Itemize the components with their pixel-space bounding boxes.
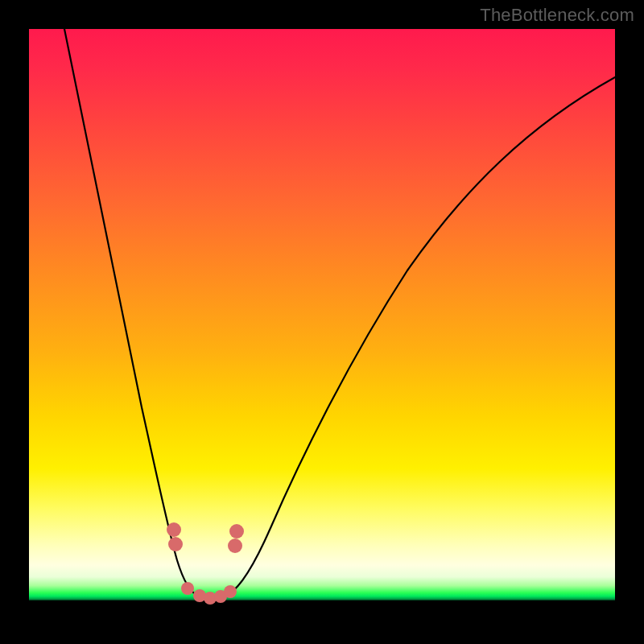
svg-point-1: [168, 537, 183, 551]
chart-frame: TheBottleneck.com: [0, 0, 644, 644]
bottleneck-curve: [29, 29, 615, 615]
svg-point-6: [224, 585, 237, 598]
watermark-text: TheBottleneck.com: [480, 5, 634, 26]
svg-point-8: [229, 524, 244, 539]
plot-area: [29, 29, 615, 615]
svg-point-7: [228, 539, 242, 553]
curve-path: [64, 29, 615, 598]
svg-point-2: [181, 582, 194, 595]
svg-point-0: [167, 522, 181, 537]
